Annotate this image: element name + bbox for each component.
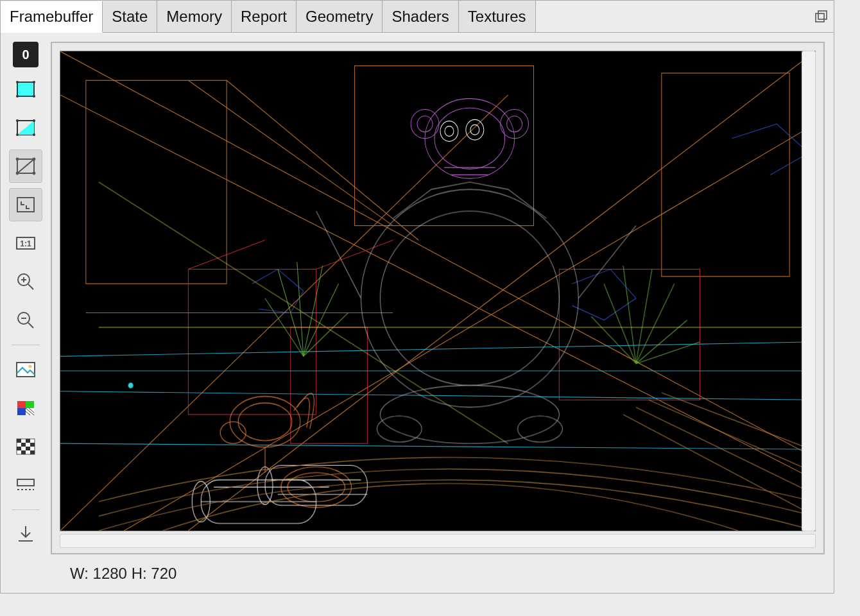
width-label: W: xyxy=(70,565,89,583)
svg-rect-32 xyxy=(26,401,34,408)
tool-diagonal-rect[interactable] xyxy=(9,111,42,144)
viewport-container xyxy=(51,42,825,554)
tab-state[interactable]: State xyxy=(103,1,157,32)
svg-point-15 xyxy=(16,158,19,161)
svg-rect-33 xyxy=(17,408,26,415)
svg-rect-44 xyxy=(26,447,30,450)
svg-rect-40 xyxy=(26,439,30,443)
tool-zoom-out[interactable] xyxy=(9,304,42,337)
tab-label: Report xyxy=(241,8,287,26)
tab-label: Memory xyxy=(166,8,222,26)
filled-rect-icon xyxy=(15,78,37,100)
svg-rect-42 xyxy=(30,443,35,447)
fit-frame-icon xyxy=(15,194,37,216)
tool-image[interactable] xyxy=(9,353,42,386)
zoom-in-icon xyxy=(15,271,37,293)
zoom-out-icon xyxy=(15,309,37,331)
tab-report[interactable]: Report xyxy=(232,1,297,32)
main-panel: W: 1280 H: 720 xyxy=(51,33,834,593)
tab-label: Textures xyxy=(468,8,526,26)
tab-bar: Framebuffer State Memory Report Geometry… xyxy=(1,1,834,33)
svg-point-17 xyxy=(16,172,19,175)
svg-rect-51 xyxy=(60,51,815,531)
tab-geometry[interactable]: Geometry xyxy=(297,1,383,32)
frame-index-text: 0 xyxy=(22,47,29,62)
separator xyxy=(12,509,40,510)
svg-point-4 xyxy=(33,81,35,83)
svg-point-18 xyxy=(33,172,36,175)
svg-point-16 xyxy=(33,158,36,161)
svg-rect-0 xyxy=(816,13,824,22)
sidebar-toolbar: 0 1:1 xyxy=(1,33,51,593)
svg-text:1:1: 1:1 xyxy=(20,239,31,248)
tab-label: Shaders xyxy=(391,8,449,26)
svg-rect-2 xyxy=(17,82,34,96)
svg-point-5 xyxy=(16,95,19,98)
svg-point-10 xyxy=(33,119,35,122)
svg-line-23 xyxy=(28,284,33,289)
window-restore-icon xyxy=(813,6,829,28)
tab-label: Framebuffer xyxy=(10,8,93,26)
tool-zoom-in[interactable] xyxy=(9,265,42,298)
svg-marker-8 xyxy=(17,121,34,135)
svg-line-14 xyxy=(17,159,34,173)
tool-color-rect[interactable] xyxy=(9,73,42,106)
one-to-one-icon: 1:1 xyxy=(15,232,37,254)
height-label: H: xyxy=(132,565,147,583)
status-bar: W: 1280 H: 720 xyxy=(51,554,825,593)
tab-memory[interactable]: Memory xyxy=(157,1,232,32)
svg-point-12 xyxy=(33,133,35,136)
svg-point-124 xyxy=(128,382,133,388)
tab-label: Geometry xyxy=(305,8,373,26)
svg-rect-47 xyxy=(17,479,34,486)
app-window: Framebuffer State Memory Report Geometry… xyxy=(0,0,834,594)
svg-rect-46 xyxy=(30,450,35,454)
tool-actual-size[interactable]: 1:1 xyxy=(9,227,42,260)
svg-point-3 xyxy=(16,81,19,83)
vertical-scrollbar[interactable] xyxy=(802,51,816,531)
tool-wireframe[interactable] xyxy=(9,150,42,183)
svg-rect-39 xyxy=(17,439,21,443)
tool-checkerboard[interactable] xyxy=(9,430,42,463)
wireframe-scene xyxy=(60,51,815,531)
checkerboard-icon xyxy=(15,436,37,458)
download-icon xyxy=(15,524,37,545)
content-area: 0 1:1 xyxy=(1,33,834,593)
svg-rect-1 xyxy=(818,11,827,19)
rect-diagonal-line-icon xyxy=(15,155,37,177)
framebuffer-viewport[interactable] xyxy=(60,51,816,531)
rect-diagonal-fill-icon xyxy=(15,117,37,139)
detach-window-button[interactable] xyxy=(813,9,829,24)
svg-rect-19 xyxy=(17,198,34,212)
svg-point-30 xyxy=(29,365,32,368)
rgb-channels-icon xyxy=(15,397,37,419)
tool-fit[interactable] xyxy=(9,188,42,221)
tool-channels[interactable] xyxy=(9,391,42,425)
frame-index-badge[interactable]: 0 xyxy=(13,42,39,67)
svg-point-9 xyxy=(16,119,19,122)
tool-crop[interactable] xyxy=(9,468,42,502)
svg-line-27 xyxy=(28,323,33,328)
svg-point-11 xyxy=(16,133,19,136)
tab-textures[interactable]: Textures xyxy=(459,1,536,32)
svg-rect-43 xyxy=(17,447,21,450)
tab-framebuffer[interactable]: Framebuffer xyxy=(1,1,103,33)
svg-rect-29 xyxy=(17,363,35,377)
svg-rect-45 xyxy=(21,450,26,454)
tab-shaders[interactable]: Shaders xyxy=(383,1,458,32)
separator xyxy=(12,345,40,345)
tab-label: State xyxy=(112,8,148,26)
svg-rect-41 xyxy=(21,443,26,447)
picture-icon xyxy=(15,359,37,381)
tool-download[interactable] xyxy=(9,518,42,551)
svg-rect-31 xyxy=(17,401,26,408)
horizontal-scrollbar[interactable] xyxy=(60,534,816,548)
width-value: 1280 xyxy=(93,565,127,583)
crop-icon xyxy=(15,474,37,496)
height-value: 720 xyxy=(151,565,176,583)
svg-point-6 xyxy=(33,95,35,98)
